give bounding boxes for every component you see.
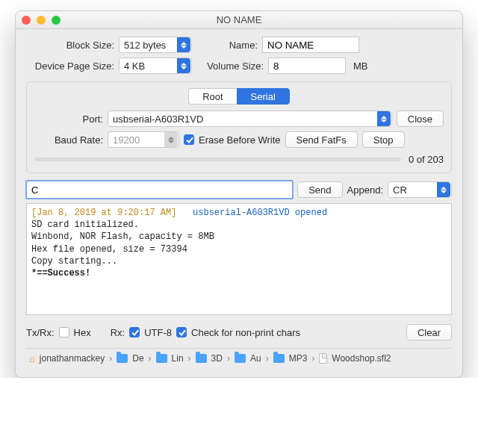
app-window: NO NAME Block Size: 512 bytes Name: Devi… (15, 10, 463, 378)
console-timestamp: [Jan 8, 2019 at 9:20:17 AM] (31, 208, 176, 218)
chevron-right-icon: › (311, 353, 314, 364)
erase-before-write-checkbox[interactable] (184, 134, 194, 145)
home-icon: ⌂ (29, 354, 35, 364)
path-file[interactable]: Woodshop.sfl2 (332, 353, 391, 364)
tab-segment: Root Serial (34, 88, 444, 105)
block-size-select[interactable]: 512 bytes (119, 37, 192, 53)
port-value: usbserial-A603R1VD (113, 113, 374, 125)
erase-before-write-label: Erase Before Write (199, 134, 281, 146)
console-open-msg: usbserial-A603R1VD opened (193, 208, 327, 218)
console-line: Winbond, NOR Flash, capacity = 8MB (31, 231, 214, 242)
txrx-label: Tx/Rx: (26, 327, 55, 338)
folder-icon (117, 354, 128, 363)
send-button[interactable]: Send (297, 181, 342, 198)
clear-button[interactable]: Clear (406, 324, 452, 340)
folder-icon (196, 354, 207, 363)
serial-section: Root Serial Port: usbserial-A603R1VD Clo… (26, 81, 452, 173)
device-page-value: 4 KB (124, 60, 174, 72)
path-item[interactable]: 3D (211, 353, 223, 364)
chevron-right-icon: › (188, 353, 191, 364)
path-item[interactable]: MP3 (289, 353, 308, 364)
device-page-select[interactable]: 4 KB (119, 57, 192, 74)
console-line: Hex file opened, size = 73394 (31, 244, 187, 255)
port-select[interactable]: usbserial-A603R1VD (108, 111, 392, 127)
command-input[interactable] (26, 181, 293, 199)
baud-value: 19200 (113, 134, 161, 146)
tab-serial[interactable]: Serial (237, 88, 290, 105)
port-label: Port: (34, 113, 103, 125)
send-fatfs-button[interactable]: Send FatFs (285, 131, 358, 148)
send-progress-bar (34, 158, 401, 161)
path-item[interactable]: De (132, 353, 143, 364)
append-value: CR (393, 184, 434, 196)
device-page-label: Device Page Size: (26, 60, 114, 72)
baud-label: Baud Rate: (34, 134, 103, 146)
console-output[interactable]: [Jan 8, 2019 at 9:20:17 AM] usbserial-A6… (26, 203, 452, 315)
block-size-label: Block Size: (26, 40, 114, 51)
chevron-right-icon: › (227, 353, 230, 364)
append-select[interactable]: CR (388, 181, 452, 198)
chevron-updown-icon (177, 58, 190, 73)
volume-size-label: Volume Size: (196, 60, 264, 72)
chevron-updown-icon (377, 111, 391, 126)
chevron-updown-icon (437, 182, 450, 197)
path-item[interactable]: jonathanmackey (40, 353, 105, 364)
folder-icon (273, 354, 285, 363)
nonprint-label: Check for non-print chars (191, 327, 300, 338)
chevron-updown-icon (164, 132, 178, 147)
volume-size-unit: MB (353, 60, 368, 72)
content: Block Size: 512 bytes Name: Device Page … (16, 29, 462, 377)
path-item[interactable]: Lin (172, 353, 184, 364)
chevron-updown-icon (177, 37, 190, 52)
tab-root[interactable]: Root (188, 88, 236, 105)
name-input[interactable] (262, 37, 359, 53)
utf8-label: UTF-8 (144, 327, 172, 338)
hex-checkbox[interactable] (59, 327, 69, 337)
volume-size-input[interactable] (268, 57, 346, 74)
chevron-right-icon: › (109, 353, 112, 364)
chevron-right-icon: › (266, 353, 269, 364)
name-label: Name: (213, 40, 258, 51)
document-icon (319, 353, 327, 364)
console-line: *==Success! (31, 268, 90, 279)
chevron-right-icon: › (149, 353, 152, 364)
rx-label: Rx: (111, 327, 125, 338)
path-bar: ⌂ jonathanmackey › De › Lin › 3D › Au › … (26, 348, 452, 370)
window-title: NO NAME (22, 14, 456, 25)
close-port-button[interactable]: Close (397, 111, 444, 127)
folder-icon (235, 354, 246, 363)
folder-icon (156, 354, 167, 363)
titlebar[interactable]: NO NAME (16, 11, 462, 29)
utf8-checkbox[interactable] (129, 327, 140, 337)
progress-text: 0 of 203 (409, 154, 444, 165)
path-item[interactable]: Au (250, 353, 261, 364)
console-line: Copy starting... (31, 256, 117, 267)
hex-label: Hex (74, 327, 91, 338)
baud-select: 19200 (108, 131, 179, 148)
nonprint-checkbox[interactable] (176, 327, 187, 337)
stop-button[interactable]: Stop (362, 131, 405, 148)
console-line: SD card initialized. (31, 220, 139, 230)
append-label: Append: (347, 184, 383, 196)
block-size-value: 512 bytes (124, 40, 174, 51)
